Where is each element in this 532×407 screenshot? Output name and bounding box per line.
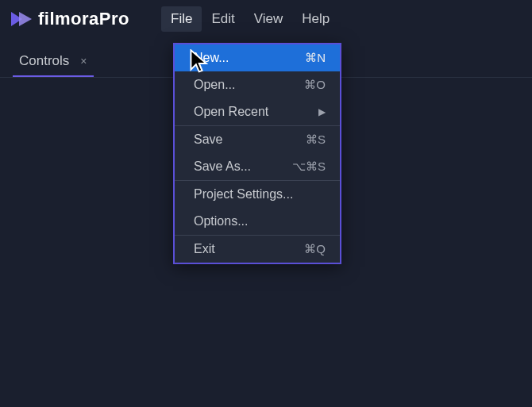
- menu-item-project-settings[interactable]: Project Settings...: [175, 181, 340, 208]
- app-title: filmoraPro: [38, 9, 129, 29]
- tab-controls[interactable]: Controls ×: [13, 47, 94, 78]
- menu-item-label: Save As...: [194, 159, 251, 174]
- menu-item-save[interactable]: Save ⌘S: [175, 126, 340, 153]
- menu-item-label: Exit: [194, 242, 215, 256]
- menu-item-options[interactable]: Options...: [175, 208, 340, 235]
- menu-item-shortcut: ⌥⌘S: [292, 159, 326, 174]
- filmora-logo-icon: [11, 9, 32, 29]
- close-icon[interactable]: ×: [77, 55, 90, 67]
- menu-item-new[interactable]: New... ⌘N: [175, 44, 340, 71]
- menu-file[interactable]: File: [161, 6, 202, 32]
- chevron-right-icon: ▶: [318, 106, 326, 117]
- menu-item-shortcut: ⌘O: [304, 78, 326, 92]
- menu-item-shortcut: ⌘Q: [304, 242, 326, 256]
- menu-item-exit[interactable]: Exit ⌘Q: [175, 236, 340, 263]
- menu-item-save-as[interactable]: Save As... ⌥⌘S: [175, 153, 340, 180]
- menu-item-label: Open Recent: [194, 105, 268, 119]
- app-name-part2: Pro: [99, 9, 129, 29]
- menubar: filmoraPro File Edit View Help: [0, 0, 532, 38]
- app-logo-area: filmoraPro: [11, 9, 129, 29]
- menu-item-label: Project Settings...: [194, 187, 293, 202]
- menu-item-label: Options...: [194, 214, 248, 228]
- menu-edit[interactable]: Edit: [202, 6, 244, 32]
- menu-item-open[interactable]: Open... ⌘O: [175, 71, 340, 98]
- menu-item-label: Save: [194, 132, 222, 147]
- menu-items: File Edit View Help: [161, 6, 339, 32]
- file-menu-dropdown: New... ⌘N Open... ⌘O Open Recent ▶ Save …: [173, 43, 341, 264]
- svg-marker-1: [19, 12, 32, 26]
- menu-help[interactable]: Help: [292, 6, 339, 32]
- tab-label: Controls: [19, 53, 69, 69]
- menu-item-label: Open...: [194, 78, 235, 92]
- app-name-part1: filmora: [38, 9, 99, 29]
- menu-item-label: New...: [194, 51, 229, 65]
- menu-item-shortcut: ⌘N: [305, 51, 326, 65]
- menu-view[interactable]: View: [245, 6, 293, 32]
- menu-item-shortcut: ⌘S: [306, 132, 326, 147]
- menu-item-open-recent[interactable]: Open Recent ▶: [175, 98, 340, 125]
